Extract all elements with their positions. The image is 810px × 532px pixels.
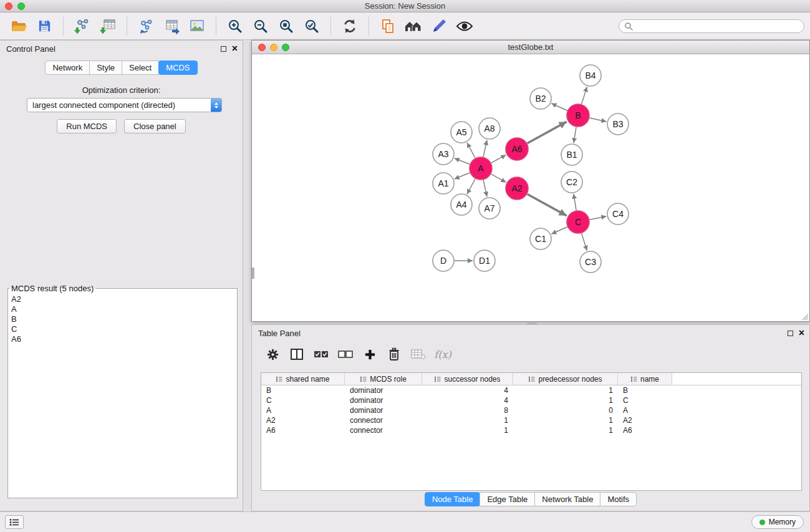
tab-network[interactable]: Network	[45, 60, 90, 75]
node-A5[interactable]: A5	[451, 122, 472, 143]
network-zoom-button[interactable]	[282, 44, 289, 51]
graphics-details-button[interactable]	[453, 16, 476, 37]
home-button[interactable]	[402, 16, 425, 37]
close-panel-icon[interactable]: ×	[232, 44, 238, 54]
tab-edge-table[interactable]: Edge Table	[480, 492, 535, 506]
column-header-name[interactable]: name	[618, 373, 672, 385]
edge-A-A2[interactable]	[491, 174, 506, 182]
node-C1[interactable]: C1	[530, 228, 551, 249]
edge-B-B4[interactable]	[582, 87, 587, 104]
node-A6[interactable]: A6	[506, 138, 528, 160]
resize-grip-icon[interactable]	[801, 313, 809, 321]
node-D1[interactable]: D1	[474, 250, 495, 271]
float-panel-icon[interactable]	[221, 46, 226, 52]
edge-C-C1[interactable]	[551, 227, 567, 234]
table-cell[interactable]: 1	[513, 426, 618, 435]
table-cell[interactable]: A6	[618, 426, 672, 435]
import-network-file-button[interactable]	[71, 16, 94, 37]
network-close-button[interactable]	[258, 44, 266, 51]
delete-table-button[interactable]	[409, 346, 428, 363]
zoom-selected-button[interactable]	[301, 16, 323, 37]
table-cell[interactable]: 1	[513, 396, 618, 405]
table-cell[interactable]: 4	[422, 396, 513, 405]
export-network-button[interactable]	[135, 16, 157, 37]
tab-network-table[interactable]: Network Table	[534, 492, 600, 506]
export-table-button[interactable]	[160, 16, 183, 37]
save-session-button[interactable]	[33, 16, 55, 37]
tab-node-table[interactable]: Node Table	[425, 492, 481, 506]
edge-A2-C[interactable]	[528, 194, 567, 216]
tab-motifs[interactable]: Motifs	[600, 492, 637, 506]
combo-stepper-icon[interactable]	[211, 99, 221, 112]
node-A8[interactable]: A8	[479, 118, 500, 139]
vertical-scrollbar-thumb[interactable]	[252, 268, 254, 279]
node-C3[interactable]: C3	[580, 251, 601, 273]
search-input[interactable]	[636, 22, 799, 31]
node-C4[interactable]: C4	[607, 203, 629, 225]
select-all-button[interactable]	[312, 346, 330, 363]
network-window-titlebar[interactable]: testGlobe.txt	[252, 41, 809, 54]
table-cell[interactable]: A	[261, 406, 345, 415]
node-B4[interactable]: B4	[580, 65, 601, 86]
table-cell[interactable]: A2	[618, 416, 672, 425]
table-cell[interactable]: dominator	[345, 386, 422, 395]
result-item[interactable]: B	[9, 314, 236, 324]
table-cell[interactable]: connector	[345, 416, 422, 425]
function-builder-button[interactable]: f(x)	[433, 346, 452, 363]
table-settings-button[interactable]	[263, 346, 282, 363]
column-header-successor-nodes[interactable]: successor nodes	[422, 373, 513, 385]
edge-B-B3[interactable]	[590, 118, 607, 122]
delete-column-button[interactable]	[385, 346, 403, 363]
mcds-result-list[interactable]: A2ABCA6	[9, 294, 236, 497]
edge-A-A8[interactable]	[483, 140, 487, 157]
table-cell[interactable]: dominator	[345, 406, 422, 415]
search-box[interactable]	[619, 19, 804, 33]
edge-A-A1[interactable]	[455, 173, 470, 179]
refresh-layout-button[interactable]	[339, 16, 361, 37]
node-B1[interactable]: B1	[561, 144, 582, 165]
float-table-panel-icon[interactable]	[788, 331, 793, 336]
table-cell[interactable]: 0	[513, 406, 618, 415]
result-item[interactable]: A6	[9, 334, 236, 344]
result-item[interactable]: C	[9, 324, 236, 334]
table-row[interactable]: A2connector11A2	[261, 415, 801, 425]
table-cell[interactable]: C	[618, 396, 672, 405]
node-A1[interactable]: A1	[433, 173, 454, 194]
node-A4[interactable]: A4	[451, 194, 472, 215]
column-header-shared-name[interactable]: shared name	[261, 373, 345, 385]
table-cell[interactable]: 4	[422, 386, 513, 395]
table-cell[interactable]: B	[618, 386, 672, 395]
node-A2[interactable]: A2	[506, 177, 528, 200]
result-item[interactable]: A	[9, 304, 236, 314]
table-cell[interactable]: dominator	[345, 396, 422, 405]
optimization-criterion-select[interactable]: largest connected component (directed)	[27, 98, 222, 112]
memory-button[interactable]: Memory	[751, 515, 804, 529]
table-row[interactable]: Cdominator41C	[261, 395, 801, 405]
table-cell[interactable]: 1	[422, 426, 513, 435]
table-row[interactable]: Adominator80A	[261, 405, 801, 415]
network-minimize-button[interactable]	[270, 44, 277, 51]
zoom-fit-button[interactable]	[275, 16, 297, 37]
node-B[interactable]: B	[567, 104, 589, 127]
table-row[interactable]: A6connector11A6	[261, 425, 801, 435]
table-row[interactable]: Bdominator41B	[261, 385, 801, 395]
create-column-button[interactable]	[360, 346, 379, 363]
edge-A6-B[interactable]	[528, 122, 567, 143]
node-C2[interactable]: C2	[561, 172, 582, 193]
column-header-mcds-role[interactable]: MCDS role	[345, 373, 422, 385]
network-graph[interactable]: B4B2BB3A5A8A6A3B1AC2A1A2A4A7C4CC1DD1C3	[252, 54, 809, 321]
edge-B-B1[interactable]	[574, 127, 576, 143]
table-cell[interactable]: 1	[422, 416, 513, 425]
tab-select[interactable]: Select	[122, 60, 159, 75]
table-cell[interactable]: A2	[261, 416, 345, 425]
edge-A-A3[interactable]	[455, 158, 470, 164]
node-A[interactable]: A	[470, 157, 492, 180]
export-image-button[interactable]	[186, 16, 208, 37]
node-B2[interactable]: B2	[530, 88, 551, 109]
table-cell[interactable]: A	[618, 406, 672, 415]
edge-B-B2[interactable]	[551, 104, 567, 110]
table-cell[interactable]: C	[261, 396, 345, 405]
table-cell[interactable]: 1	[513, 386, 618, 395]
table-cell[interactable]: B	[261, 386, 345, 395]
zoom-out-button[interactable]	[249, 16, 272, 37]
